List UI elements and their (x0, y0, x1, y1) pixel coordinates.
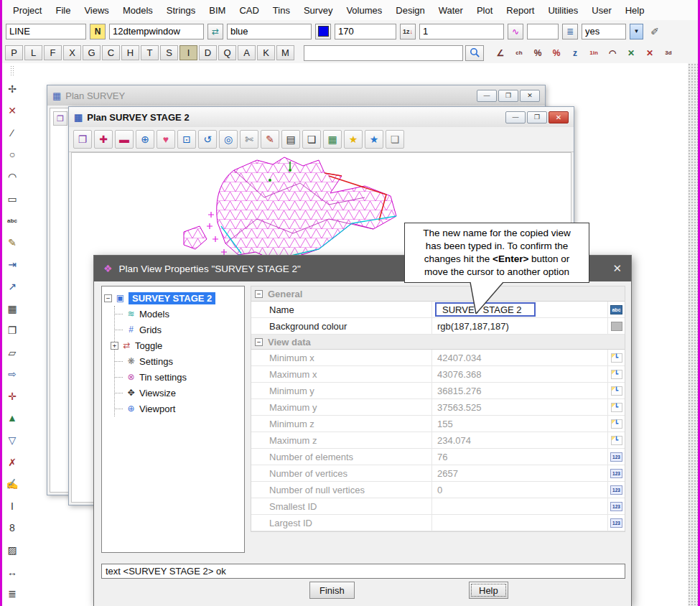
snap-key-p[interactable]: P (5, 45, 23, 60)
layout-icon[interactable]: ❐ (53, 111, 67, 126)
property-value[interactable]: rgb(187,187,187) (432, 318, 608, 334)
stretch-tool-icon[interactable]: ↔ (2, 562, 22, 582)
search-input[interactable] (304, 45, 463, 61)
section-header-general[interactable]: −General (251, 286, 625, 302)
hatch-tool-icon[interactable]: ▨ (2, 540, 22, 560)
raise-tool-icon[interactable]: ▲ (2, 409, 22, 429)
circle-tool-icon[interactable]: ○ (2, 145, 22, 165)
grade2-icon[interactable]: % (548, 45, 565, 61)
delete-tool-icon[interactable]: ✕ (2, 101, 22, 121)
lines-icon[interactable]: ≣ (562, 24, 578, 39)
menu-project[interactable]: Project (13, 5, 42, 16)
print-icon[interactable]: ▤ (281, 130, 300, 149)
named-colour-button[interactable]: N (90, 24, 106, 39)
zoom-in-icon[interactable]: ⊕ (136, 130, 154, 149)
extra-input[interactable] (527, 24, 559, 39)
sketch-tool-icon[interactable]: ✎ (2, 233, 22, 253)
translate-tool-icon[interactable]: ⇨ (2, 364, 22, 384)
table-tool-icon[interactable]: ▦ (2, 299, 22, 319)
close-icon[interactable]: ✕ (549, 111, 569, 123)
menu-strings[interactable]: Strings (167, 5, 195, 16)
snap-key-t[interactable]: T (141, 45, 159, 60)
menu-views[interactable]: Views (84, 5, 108, 16)
move-tool-icon[interactable]: ✛ (2, 386, 22, 406)
close-icon[interactable]: ✕ (520, 90, 540, 102)
property-value[interactable]: 37563.525 (432, 399, 608, 415)
chevron-down-icon[interactable]: ▼ (630, 24, 643, 39)
menu-file[interactable]: File (55, 5, 70, 16)
snap-key-h[interactable]: H (121, 45, 139, 60)
maximize-icon[interactable]: ❐ (498, 90, 518, 102)
sheet-icon[interactable]: ▦ (323, 130, 342, 149)
dialog-status-field[interactable]: text <SURVEY STAGE 2> ok (101, 564, 625, 579)
snap-key-x[interactable]: X (63, 45, 81, 60)
copy-view-tool-icon[interactable]: ❐ (2, 320, 22, 340)
model-input[interactable] (109, 24, 204, 39)
snap-key-i[interactable]: I (179, 45, 197, 60)
rectangle-tool-icon[interactable]: ▭ (2, 189, 22, 209)
window-titlebar[interactable]: ▦ Plan SURVEY — ❐ ✕ (47, 85, 545, 106)
mode-input[interactable] (582, 24, 626, 39)
window-mode-icon[interactable]: ❏ (386, 130, 404, 149)
menu-design[interactable]: Design (396, 5, 424, 16)
snip-icon[interactable]: ✄ (240, 130, 258, 149)
window-titlebar[interactable]: ▦ Plan SURVEY STAGE 2 — ❐ ✕ (69, 107, 574, 127)
pan-tool-icon[interactable]: ✢ (2, 79, 22, 99)
plan-view-properties-dialog[interactable]: ❖ Plan View Properties "SURVEY STAGE 2" … (93, 255, 632, 606)
snap-key-q[interactable]: Q (218, 45, 236, 60)
minimize-icon[interactable]: — (477, 90, 497, 102)
search-icon[interactable] (465, 45, 484, 61)
pan-view-icon[interactable]: ◎ (219, 130, 238, 149)
tree-item-grids[interactable]: #Grids (115, 322, 242, 337)
property-value[interactable]: 155 (432, 416, 608, 432)
property-value[interactable]: SURVEY STAGE 2 (432, 302, 608, 317)
tree-item-settings[interactable]: ❋Settings (115, 353, 242, 369)
chainage-icon[interactable]: ch (510, 45, 528, 61)
menu-report[interactable]: Report (506, 5, 534, 16)
collapse-icon[interactable]: − (255, 290, 263, 298)
intersect2-icon[interactable]: ✕ (641, 45, 658, 61)
menu-plot[interactable]: Plot (477, 5, 493, 16)
star-blue-icon[interactable]: ★ (365, 130, 383, 149)
menu-water[interactable]: Water (439, 5, 463, 16)
weight-input[interactable] (335, 24, 396, 39)
redraw-icon[interactable]: ✎ (261, 130, 279, 149)
snap-key-f[interactable]: F (44, 45, 62, 60)
collapse-icon[interactable]: − (104, 294, 112, 302)
snap-key-d[interactable]: D (199, 45, 217, 60)
zoom-previous-icon[interactable]: ↺ (198, 130, 217, 149)
menu-utilities[interactable]: Utilities (548, 5, 578, 16)
offset-tool-icon[interactable]: ↗ (2, 276, 22, 297)
toolbar-grip[interactable] (10, 65, 14, 77)
menu-tins[interactable]: Tins (273, 5, 290, 16)
polygon-tool-icon[interactable]: ▱ (2, 342, 22, 363)
star-yellow-icon[interactable]: ★ (344, 130, 363, 149)
property-value[interactable]: 2657 (432, 465, 608, 481)
property-value[interactable] (432, 498, 608, 514)
snap-key-k[interactable]: K (257, 45, 275, 60)
menu-bim[interactable]: BIM (209, 5, 225, 16)
tree-root-row[interactable]: − ▣ SURVEY STAGE 2 (104, 290, 242, 306)
copy-icon[interactable]: ❏ (302, 130, 321, 149)
snap-key-m[interactable]: M (276, 45, 294, 60)
menu-cad[interactable]: CAD (239, 5, 258, 16)
maximize-icon[interactable]: ❐ (527, 111, 547, 123)
snap-key-c[interactable]: C (102, 45, 120, 60)
snap-key-l[interactable]: L (24, 45, 42, 60)
layout-icon[interactable]: ❐ (73, 130, 92, 149)
text-tool-icon[interactable]: abc (2, 210, 22, 230)
tree-root-label[interactable]: SURVEY STAGE 2 (129, 292, 215, 304)
property-value[interactable]: 76 (432, 449, 608, 465)
arc-tool-icon[interactable]: ◠ (2, 167, 22, 187)
snap-tool-icon[interactable]: ⇥ (2, 255, 22, 275)
right-scroll-strip[interactable] (688, 63, 698, 606)
minimize-icon[interactable]: — (505, 111, 526, 123)
property-value[interactable]: 0 (432, 482, 608, 498)
sort-icon[interactable]: 1z↓ (400, 24, 416, 39)
help-button[interactable]: Help (469, 582, 508, 599)
cross-tool-icon[interactable]: ✗ (2, 452, 22, 472)
menu-help[interactable]: Help (625, 5, 645, 16)
property-value[interactable]: 42407.034 (432, 350, 608, 365)
menu-survey[interactable]: Survey (304, 5, 332, 16)
favourite-icon[interactable]: ♥ (157, 130, 175, 149)
